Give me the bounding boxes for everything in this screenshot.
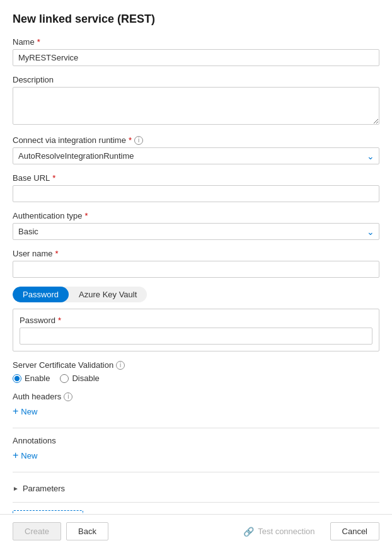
auth-field-group: Authentication type * Anonymous Basic Cl… bbox=[13, 211, 379, 240]
runtime-select-wrapper: AutoResolveIntegrationRuntime ⌄ bbox=[13, 147, 379, 164]
name-label: Name * bbox=[13, 37, 379, 47]
baseurl-field-group: Base URL * bbox=[13, 173, 379, 202]
runtime-field-group: Connect via integration runtime * i Auto… bbox=[13, 135, 379, 164]
cancel-button[interactable]: Cancel bbox=[330, 522, 379, 540]
auth-select-wrapper: Anonymous Basic ClientCertificate Manage… bbox=[13, 223, 379, 240]
username-label: User name * bbox=[13, 249, 379, 258]
runtime-info-icon[interactable]: i bbox=[134, 136, 143, 145]
auth-required: * bbox=[85, 211, 88, 220]
username-required: * bbox=[55, 249, 59, 258]
vault-tab-button[interactable]: Azure Key Vault bbox=[69, 287, 147, 302]
username-input[interactable] bbox=[13, 261, 379, 278]
footer-bar: Create Back 🔗 Test connection Cancel bbox=[0, 514, 392, 548]
password-input[interactable] bbox=[20, 328, 372, 345]
description-field-group: Description bbox=[13, 75, 379, 127]
password-label: Password * bbox=[20, 316, 372, 325]
password-tab-button[interactable]: Password bbox=[13, 287, 69, 302]
divider-2 bbox=[13, 472, 379, 472]
plus-icon-2: + bbox=[13, 450, 18, 460]
create-button[interactable]: Create bbox=[13, 522, 61, 540]
username-field-group: User name * bbox=[13, 249, 379, 278]
auth-headers-section: Auth headers i + New bbox=[13, 392, 379, 419]
auth-select[interactable]: Anonymous Basic ClientCertificate Manage… bbox=[13, 223, 379, 240]
cert-label: Server Certificate Validation i bbox=[13, 360, 379, 370]
cert-radio-group: Enable Disable bbox=[13, 374, 379, 383]
name-field-group: Name * bbox=[13, 37, 379, 66]
baseurl-input[interactable] bbox=[13, 185, 379, 202]
plus-icon: + bbox=[13, 406, 18, 416]
page-title: New linked service (REST) bbox=[13, 13, 379, 26]
disable-radio-label[interactable]: Disable bbox=[60, 374, 99, 383]
auth-label: Authentication type * bbox=[13, 211, 379, 220]
runtime-select[interactable]: AutoResolveIntegrationRuntime bbox=[13, 147, 379, 164]
parameters-chevron-icon: ► bbox=[13, 485, 19, 492]
runtime-label: Connect via integration runtime * i bbox=[13, 135, 379, 145]
baseurl-label: Base URL * bbox=[13, 173, 379, 183]
divider-1 bbox=[13, 428, 379, 428]
name-input[interactable] bbox=[13, 49, 379, 66]
add-annotation-button[interactable]: + New bbox=[13, 448, 37, 463]
password-section: Password Azure Key Vault Password * bbox=[13, 287, 379, 351]
name-required: * bbox=[37, 37, 40, 47]
divider-3 bbox=[13, 502, 379, 503]
auth-headers-info-icon[interactable]: i bbox=[64, 392, 72, 401]
add-auth-header-button[interactable]: + New bbox=[13, 404, 37, 419]
annotations-label: Annotations bbox=[13, 436, 379, 445]
cert-field-group: Server Certificate Validation i Enable D… bbox=[13, 360, 379, 383]
password-toggle-group: Password Azure Key Vault bbox=[13, 287, 147, 302]
baseurl-required: * bbox=[52, 173, 55, 183]
cert-info-icon[interactable]: i bbox=[116, 361, 125, 370]
description-label: Description bbox=[13, 75, 379, 84]
test-icon: 🔗 bbox=[243, 527, 254, 537]
auth-headers-label: Auth headers i bbox=[13, 392, 379, 401]
test-connection-button: 🔗 Test connection bbox=[233, 523, 325, 540]
annotations-section: Annotations + New bbox=[13, 436, 379, 463]
enable-radio[interactable] bbox=[13, 374, 21, 383]
runtime-required: * bbox=[129, 135, 132, 145]
description-input[interactable] bbox=[13, 87, 379, 125]
enable-radio-label[interactable]: Enable bbox=[13, 374, 50, 383]
password-required: * bbox=[58, 316, 61, 325]
disable-radio[interactable] bbox=[60, 374, 69, 383]
password-box: Password * bbox=[13, 309, 379, 351]
parameters-label: Parameters bbox=[23, 484, 65, 493]
back-button[interactable]: Back bbox=[66, 522, 108, 540]
parameters-section[interactable]: ► Parameters bbox=[13, 480, 379, 497]
